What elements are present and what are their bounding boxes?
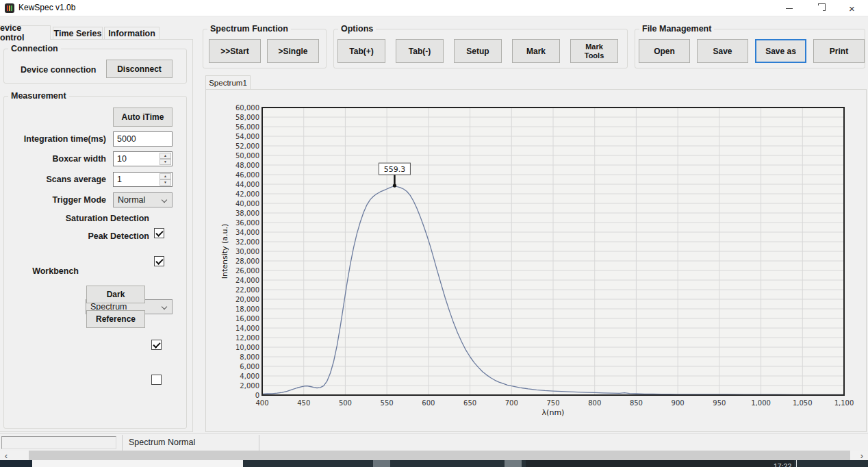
horizontal-scrollbar[interactable]: ‹ › <box>0 451 868 460</box>
dark-checkbox[interactable] <box>151 340 162 350</box>
svg-text:16,000: 16,000 <box>235 315 259 323</box>
window-title: KewSpec v1.0b <box>18 3 75 12</box>
status-separator <box>122 435 123 451</box>
taskbar-segment[interactable] <box>505 460 522 467</box>
svg-text:56,000: 56,000 <box>235 123 259 131</box>
svg-text:0: 0 <box>255 392 259 399</box>
minimize-icon <box>786 8 793 9</box>
scans-average-input[interactable]: 1 ▲ ▼ <box>113 172 173 187</box>
svg-text:28,000: 28,000 <box>235 257 259 265</box>
start-button[interactable]: >>Start <box>209 39 261 63</box>
mark-tools-button[interactable]: Mark Tools <box>570 39 618 63</box>
svg-text:559.3: 559.3 <box>384 165 406 174</box>
svg-text:12,000: 12,000 <box>235 334 259 342</box>
app-icon-stripe-green <box>11 5 12 11</box>
svg-text:450: 450 <box>297 399 310 407</box>
scans-average-value: 1 <box>117 175 122 184</box>
svg-text:1,050: 1,050 <box>793 399 813 407</box>
taskbar[interactable]: 17:22 <box>0 460 868 467</box>
svg-text:18,000: 18,000 <box>235 305 259 313</box>
svg-text:14,000: 14,000 <box>235 325 259 332</box>
svg-text:52,000: 52,000 <box>235 142 259 150</box>
auto-itime-button[interactable]: Auto iTime <box>113 108 173 127</box>
svg-text:22,000: 22,000 <box>235 286 259 294</box>
taskbar-segment[interactable] <box>526 460 794 467</box>
dark-button[interactable]: Dark <box>86 286 145 303</box>
svg-text:26,000: 26,000 <box>235 267 259 275</box>
restore-button[interactable] <box>804 0 835 16</box>
app-icon-stripe-red <box>7 5 8 11</box>
scans-average-label: Scans average <box>0 175 106 184</box>
svg-text:38,000: 38,000 <box>235 210 259 217</box>
status-bar: Spectrum Normal <box>0 433 868 451</box>
svg-text:750: 750 <box>546 399 559 407</box>
tab-minus-button[interactable]: Tab(-) <box>396 39 444 63</box>
taskbar-segment[interactable] <box>0 460 32 467</box>
trigger-mode-select[interactable]: Normal <box>113 192 173 207</box>
svg-text:34,000: 34,000 <box>235 229 259 236</box>
svg-text:4,000: 4,000 <box>240 373 259 380</box>
reference-checkbox[interactable] <box>151 375 162 385</box>
svg-text:6,000: 6,000 <box>240 363 259 370</box>
reference-button[interactable]: Reference <box>86 310 145 328</box>
status-message: Spectrum Normal <box>129 438 195 447</box>
mark-button[interactable]: Mark <box>512 39 560 63</box>
scroll-left-icon[interactable]: ‹ <box>0 451 12 460</box>
scrollbar-thumb[interactable] <box>29 451 850 460</box>
svg-text:50,000: 50,000 <box>235 152 259 160</box>
save-button[interactable]: Save <box>697 39 748 63</box>
scroll-right-icon[interactable]: › <box>856 451 868 460</box>
app-icon-stripe-yellow <box>9 5 10 11</box>
save-as-button[interactable]: Save as <box>755 39 806 63</box>
chevron-down-icon <box>162 197 167 203</box>
tab-device-control[interactable]: Device Control <box>0 25 51 40</box>
boxcar-width-label: Boxcar width <box>0 154 106 164</box>
svg-text:600: 600 <box>422 399 435 407</box>
close-button[interactable]: × <box>837 0 867 16</box>
saturation-detection-checkbox[interactable] <box>154 228 164 238</box>
svg-text:40,000: 40,000 <box>235 200 259 207</box>
svg-text:42,000: 42,000 <box>235 190 259 198</box>
svg-text:8,000: 8,000 <box>240 353 259 361</box>
svg-text:Intensity (a.u.): Intensity (a.u.) <box>220 224 229 279</box>
app-icon <box>5 3 14 13</box>
disconnect-button[interactable]: Disconnect <box>106 60 173 78</box>
workbench-label: Workbench <box>0 266 79 276</box>
taskbar-app-segment[interactable] <box>32 460 243 467</box>
spectrum-function-title: Spectrum Function <box>207 24 291 34</box>
boxcar-spin-up-icon[interactable]: ▲ <box>159 153 171 159</box>
tab-time-series[interactable]: Time Series <box>53 27 103 40</box>
connection-group-title: Connection <box>8 44 61 53</box>
minimize-button[interactable] <box>774 0 804 16</box>
taskbar-clock[interactable]: 17:22 <box>774 462 791 467</box>
peak-detection-checkbox[interactable] <box>154 256 164 266</box>
boxcar-spin-down-icon[interactable]: ▼ <box>159 159 171 165</box>
setup-button[interactable]: Setup <box>454 39 502 63</box>
svg-text:36,000: 36,000 <box>235 219 259 227</box>
device-connection-label: Device connection <box>21 65 96 75</box>
tab-information[interactable]: Information <box>104 27 159 40</box>
svg-text:20,000: 20,000 <box>235 296 259 303</box>
spectrum-chart: 4004505005506006507007508008509009501,00… <box>207 90 858 427</box>
saturation-detection-label: Saturation Detection <box>0 214 149 223</box>
svg-text:24,000: 24,000 <box>235 277 259 284</box>
tab-plus-button[interactable]: Tab(+) <box>337 39 385 63</box>
svg-text:54,000: 54,000 <box>235 133 259 140</box>
open-button[interactable]: Open <box>639 39 690 63</box>
boxcar-width-input[interactable]: 10 ▲ ▼ <box>113 151 173 166</box>
chevron-down-icon <box>162 304 167 310</box>
options-title: Options <box>338 24 376 34</box>
single-button[interactable]: >Single <box>267 39 319 63</box>
scans-spin-up-icon[interactable]: ▲ <box>159 173 171 179</box>
restore-icon <box>817 5 823 12</box>
taskbar-segment[interactable] <box>373 460 390 467</box>
svg-text:2,000: 2,000 <box>240 382 259 390</box>
scans-spin-down-icon[interactable]: ▼ <box>159 179 171 186</box>
svg-text:550: 550 <box>381 399 394 407</box>
file-management-title: File Management <box>639 24 714 34</box>
title-bar: KewSpec v1.0b × <box>0 0 868 16</box>
tab-spectrum1[interactable]: Spectrum1 <box>205 75 251 90</box>
svg-text:400: 400 <box>255 399 268 407</box>
print-button[interactable]: Print <box>813 39 865 63</box>
integration-time-input[interactable]: 5000 <box>113 131 173 147</box>
